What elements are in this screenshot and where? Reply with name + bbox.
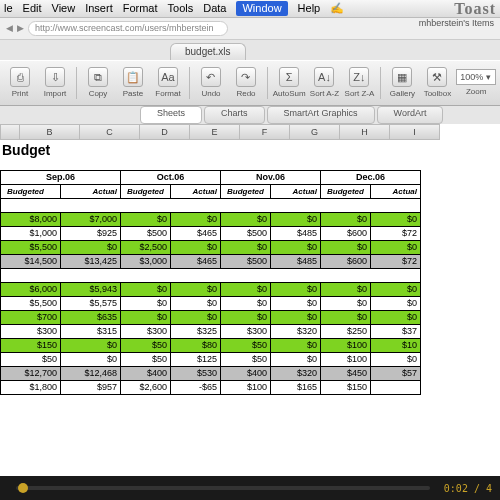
- cell[interactable]: $0: [271, 283, 321, 297]
- table-row[interactable]: $14,500$13,425$3,000$465$500$485$600$72: [1, 255, 421, 269]
- menu-tools[interactable]: Tools: [168, 2, 194, 15]
- url-field[interactable]: http://www.screencast.com/users/mhberste…: [28, 21, 228, 36]
- cell[interactable]: $0: [321, 213, 371, 227]
- cell[interactable]: $485: [271, 227, 321, 241]
- cell[interactable]: $150: [321, 381, 371, 395]
- cell[interactable]: $0: [61, 339, 121, 353]
- cell[interactable]: $300: [1, 325, 61, 339]
- table-row[interactable]: $5,500$5,575$0$0$0$0$0$0: [1, 297, 421, 311]
- cell[interactable]: $320: [271, 325, 321, 339]
- progress-knob[interactable]: [18, 483, 28, 493]
- undo-button[interactable]: ↶Undo: [195, 63, 227, 103]
- cell[interactable]: $320: [271, 367, 321, 381]
- spreadsheet-grid[interactable]: BCDEFGHI Budget Sep.06Oct.06Nov.06Dec.06…: [0, 124, 500, 476]
- menu-edit[interactable]: Edit: [23, 2, 42, 15]
- cell[interactable]: $0: [371, 213, 421, 227]
- menu-insert[interactable]: Insert: [85, 2, 113, 15]
- sort-a-z-button[interactable]: A↓Sort A-Z: [308, 63, 340, 103]
- col-header-D[interactable]: D: [140, 124, 190, 140]
- cell[interactable]: $72: [371, 227, 421, 241]
- cell[interactable]: $37: [371, 325, 421, 339]
- cell[interactable]: -$65: [171, 381, 221, 395]
- cell[interactable]: $500: [221, 255, 271, 269]
- cell[interactable]: $7,000: [61, 213, 121, 227]
- ribbon-tab-sheets[interactable]: Sheets: [140, 106, 202, 124]
- cell[interactable]: $500: [121, 227, 171, 241]
- menu-le[interactable]: le: [4, 2, 13, 15]
- import-button[interactable]: ⇩Import: [39, 63, 71, 103]
- copy-button[interactable]: ⧉Copy: [82, 63, 114, 103]
- cell[interactable]: $0: [171, 213, 221, 227]
- ribbon-tab-wordart[interactable]: WordArt: [377, 106, 444, 124]
- cell[interactable]: $5,500: [1, 241, 61, 255]
- cell[interactable]: $10: [371, 339, 421, 353]
- cell[interactable]: $8,000: [1, 213, 61, 227]
- cell[interactable]: $450: [321, 367, 371, 381]
- cell[interactable]: $530: [171, 367, 221, 381]
- cell[interactable]: $1,000: [1, 227, 61, 241]
- cell[interactable]: $72: [371, 255, 421, 269]
- cell[interactable]: $5,500: [1, 297, 61, 311]
- cell[interactable]: $0: [371, 353, 421, 367]
- table-row[interactable]: $1,000$925$500$465$500$485$600$72: [1, 227, 421, 241]
- cell[interactable]: $125: [171, 353, 221, 367]
- cell[interactable]: $925: [61, 227, 121, 241]
- cell[interactable]: $0: [271, 297, 321, 311]
- cell[interactable]: $400: [121, 367, 171, 381]
- cell[interactable]: $100: [221, 381, 271, 395]
- row-col-corner[interactable]: [0, 124, 20, 140]
- cell[interactable]: $0: [271, 213, 321, 227]
- table-row[interactable]: $300$315$300$325$300$320$250$37: [1, 325, 421, 339]
- cell[interactable]: $1,800: [1, 381, 61, 395]
- menu-format[interactable]: Format: [123, 2, 158, 15]
- ribbon-tab-smartart-graphics[interactable]: SmartArt Graphics: [267, 106, 375, 124]
- forward-icon[interactable]: ▶: [17, 23, 24, 34]
- cell[interactable]: $2,500: [121, 241, 171, 255]
- cell[interactable]: $80: [171, 339, 221, 353]
- progress-track[interactable]: [16, 486, 430, 490]
- cell[interactable]: $465: [171, 255, 221, 269]
- cell[interactable]: $5,575: [61, 297, 121, 311]
- cell[interactable]: $465: [171, 227, 221, 241]
- cell[interactable]: $0: [121, 297, 171, 311]
- cell[interactable]: $50: [221, 339, 271, 353]
- cell[interactable]: $57: [371, 367, 421, 381]
- cell[interactable]: $300: [121, 325, 171, 339]
- format-button[interactable]: AaFormat: [152, 63, 184, 103]
- table-row[interactable]: $12,700$12,468$400$530$400$320$450$57: [1, 367, 421, 381]
- table-row[interactable]: $150$0$50$80$50$0$100$10: [1, 339, 421, 353]
- cell[interactable]: $300: [221, 325, 271, 339]
- cell[interactable]: $150: [1, 339, 61, 353]
- back-icon[interactable]: ◀: [6, 23, 13, 34]
- gallery-button[interactable]: ▦Gallery: [386, 63, 418, 103]
- cell[interactable]: $635: [61, 311, 121, 325]
- cell[interactable]: $165: [271, 381, 321, 395]
- sheet-tab-budget[interactable]: budget.xls: [170, 43, 246, 60]
- cell[interactable]: $600: [321, 227, 371, 241]
- cell[interactable]: $0: [61, 353, 121, 367]
- cell[interactable]: $0: [321, 241, 371, 255]
- paste-button[interactable]: 📋Paste: [117, 63, 149, 103]
- col-header-I[interactable]: I: [390, 124, 440, 140]
- sort-z-a-button[interactable]: Z↓Sort Z-A: [343, 63, 375, 103]
- cell[interactable]: [371, 381, 421, 395]
- table-row[interactable]: $1,800$957$2,600-$65$100$165$150: [1, 381, 421, 395]
- col-header-E[interactable]: E: [190, 124, 240, 140]
- col-header-B[interactable]: B: [20, 124, 80, 140]
- cell[interactable]: $0: [221, 283, 271, 297]
- cell[interactable]: $0: [321, 297, 371, 311]
- cell[interactable]: $12,468: [61, 367, 121, 381]
- cell[interactable]: $0: [371, 311, 421, 325]
- cell[interactable]: $50: [121, 339, 171, 353]
- cell[interactable]: $100: [321, 339, 371, 353]
- cell[interactable]: $12,700: [1, 367, 61, 381]
- toolbox-button[interactable]: ⚒Toolbox: [421, 63, 453, 103]
- cell[interactable]: $50: [1, 353, 61, 367]
- cell[interactable]: $0: [171, 283, 221, 297]
- cell[interactable]: $0: [171, 311, 221, 325]
- cell[interactable]: $500: [221, 227, 271, 241]
- menu-data[interactable]: Data: [203, 2, 226, 15]
- cell[interactable]: $5,943: [61, 283, 121, 297]
- cell[interactable]: $485: [271, 255, 321, 269]
- table-row[interactable]: $6,000$5,943$0$0$0$0$0$0: [1, 283, 421, 297]
